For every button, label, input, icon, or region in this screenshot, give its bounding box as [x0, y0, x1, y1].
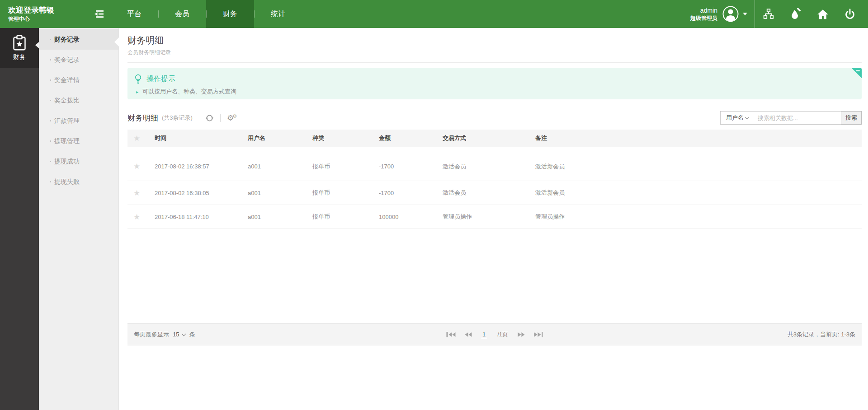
- nav-item-finance[interactable]: 财务: [206, 0, 254, 28]
- logout-button[interactable]: [836, 0, 863, 28]
- module-label: 财务: [13, 53, 26, 61]
- sidebar-collapse-button[interactable]: [90, 10, 108, 18]
- page-total: /1页: [497, 331, 508, 339]
- main-content: 财务明细 会员财务明细记录 操作提示 ▸ 可以按用户名、种类、交易方式查询: [119, 28, 868, 410]
- sidebar-item-remittance-management[interactable]: 汇款管理: [39, 111, 118, 131]
- sidebar-item-bonus-details[interactable]: 奖金详情: [39, 70, 118, 90]
- table-body: ★ 2017-08-02 16:38:57 a001 报单币 -1700 激活会…: [127, 152, 862, 229]
- topbar: 欢迎登录韩银 管理中心 平台 会员 财务 统计 admin 超级管理员: [0, 0, 868, 28]
- sidebar-item-financial-records[interactable]: 财务记录: [39, 29, 118, 50]
- double-left-icon: [468, 332, 472, 337]
- module-item-finance[interactable]: 财务: [0, 28, 39, 68]
- home-icon: [817, 9, 829, 20]
- table-row: ★ 2017-08-02 16:38:05 a001 报单币 -1700 激活会…: [127, 181, 862, 205]
- theme-button[interactable]: [782, 0, 809, 28]
- refresh-icon: [205, 114, 214, 122]
- tip-bullet-icon: ▸: [136, 89, 138, 94]
- cell-method: 激活会员: [443, 189, 535, 197]
- current-page[interactable]: 1: [481, 331, 487, 338]
- home-button[interactable]: [809, 0, 836, 28]
- tip-header: 操作提示: [127, 68, 862, 84]
- logo-title: 欢迎登录韩银: [8, 5, 90, 15]
- cell-method: 激活会员: [443, 163, 535, 171]
- favorite-star-icon[interactable]: ★: [127, 212, 155, 222]
- tip-collapse-dash-icon[interactable]: [856, 70, 860, 71]
- sidebar-item-bonus-ratio[interactable]: 奖金拨比: [39, 90, 118, 111]
- page-title: 财务明细: [127, 34, 862, 46]
- user-name: admin: [690, 7, 717, 14]
- search-field-value: 用户名: [726, 114, 744, 122]
- gear-small-icon: ⚙: [232, 114, 237, 119]
- cell-amount: 100000: [379, 214, 443, 220]
- sidebar: 财务记录 奖金记录 奖金详情 奖金拨比 汇款管理 提现管理 提现成功 提现失败: [39, 28, 119, 410]
- column-header-kind: 种类: [312, 134, 379, 142]
- sidebar-item-bonus-records[interactable]: 奖金记录: [39, 50, 118, 70]
- per-page-suffix: 条: [189, 331, 195, 339]
- active-module-pointer: [35, 42, 39, 48]
- org-chart-button[interactable]: [755, 0, 782, 28]
- tip-title: 操作提示: [146, 75, 175, 84]
- star-column-icon: ★: [127, 134, 155, 143]
- chevron-down-icon: [182, 331, 186, 336]
- column-header-method: 交易方式: [443, 134, 535, 142]
- org-chart-icon: [763, 8, 774, 20]
- cell-time: 2017-08-02 16:38:05: [155, 190, 248, 196]
- cell-time: 2017-06-18 11:47:10: [155, 214, 248, 220]
- cell-username: a001: [248, 190, 312, 196]
- theme-ink-icon: [790, 8, 802, 20]
- cell-username: a001: [248, 163, 312, 170]
- header-divider: [127, 62, 862, 63]
- double-left-icon: [452, 332, 455, 337]
- cell-note: 管理员操作: [535, 213, 862, 221]
- sidebar-item-withdrawal-management[interactable]: 提现管理: [39, 131, 118, 151]
- cell-kind: 报单币: [312, 163, 379, 171]
- tip-collapse-corner[interactable]: [851, 68, 862, 78]
- last-page-icon: [542, 332, 543, 337]
- double-right-icon: [518, 332, 521, 337]
- outdent-icon: [94, 10, 104, 18]
- clipboard-star-icon: [12, 35, 27, 51]
- per-page-select[interactable]: 15: [173, 331, 185, 338]
- cell-kind: 报单币: [312, 213, 379, 221]
- double-left-icon: [448, 332, 452, 337]
- cell-note: 激活新会员: [535, 189, 862, 197]
- cell-amount: -1700: [379, 163, 443, 170]
- column-header-username: 用户名: [248, 134, 312, 142]
- user-info[interactable]: admin 超级管理员: [690, 7, 717, 22]
- sidebar-item-withdrawal-failed[interactable]: 提现失败: [39, 172, 118, 192]
- column-header-amount: 金额: [379, 134, 443, 142]
- topbar-right: admin 超级管理员: [690, 0, 868, 28]
- search-box: 用户名: [720, 111, 841, 125]
- nav-item-statistics[interactable]: 统计: [254, 0, 302, 28]
- lightbulb-icon: [134, 74, 142, 84]
- pagination-last-button[interactable]: [534, 332, 543, 337]
- sidebar-item-withdrawal-success[interactable]: 提现成功: [39, 151, 118, 172]
- pagination-bar: 每页最多显示 15 条 1 /1页: [127, 323, 862, 345]
- favorite-star-icon[interactable]: ★: [127, 162, 155, 171]
- search-button[interactable]: 搜索: [841, 111, 862, 125]
- search-input[interactable]: [754, 112, 841, 124]
- column-header-time: 时间: [155, 134, 248, 142]
- cell-time: 2017-08-02 16:38:57: [155, 163, 248, 170]
- refresh-button[interactable]: [205, 114, 214, 122]
- settings-button[interactable]: ⚙ ⚙: [227, 114, 237, 122]
- pagination-prev-button[interactable]: [465, 332, 472, 337]
- search-field-select[interactable]: 用户名: [721, 112, 754, 124]
- favorite-star-icon[interactable]: ★: [127, 188, 155, 198]
- app-root: 欢迎登录韩银 管理中心 平台 会员 财务 统计 admin 超级管理员: [0, 0, 868, 410]
- tip-text: 可以按用户名、种类、交易方式查询: [142, 88, 236, 96]
- nav-item-members[interactable]: 会员: [158, 0, 206, 28]
- user-role: 超级管理员: [690, 14, 717, 22]
- pagination-first-button[interactable]: [446, 332, 455, 337]
- double-right-icon: [521, 332, 524, 337]
- chevron-down-icon[interactable]: [743, 13, 747, 15]
- cell-amount: -1700: [379, 190, 443, 196]
- pagination-next-button[interactable]: [518, 332, 524, 337]
- avatar[interactable]: [722, 5, 739, 23]
- per-page-value: 15: [173, 331, 179, 338]
- nav-item-platform[interactable]: 平台: [110, 0, 158, 28]
- first-page-icon: [446, 332, 448, 337]
- cell-note: 激活新会员: [535, 163, 862, 171]
- column-header-note: 备注: [535, 134, 862, 142]
- cell-username: a001: [248, 214, 312, 220]
